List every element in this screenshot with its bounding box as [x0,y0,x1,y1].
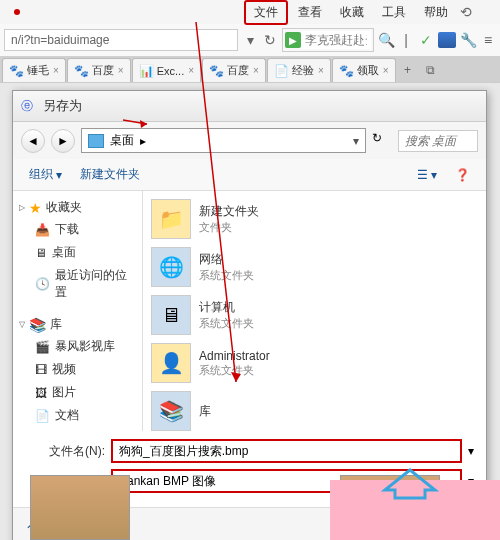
file-newfolder[interactable]: 📁新建文件夹文件夹 [149,197,480,241]
tab-2[interactable]: 📊Exc...× [132,58,201,82]
paw-icon: 🐾 [209,64,223,78]
close-icon[interactable]: × [53,65,59,76]
filename-label: 文件名(N): [25,443,105,460]
favorites-group[interactable]: ▷★收藏夹 [17,197,138,218]
sep-icon: | [398,32,414,48]
refresh-icon[interactable]: ↻ [262,32,278,48]
magnify-icon[interactable]: 🔍 [378,32,394,48]
file-list: 📁新建文件夹文件夹 🌐网络系统文件夹 🖥计算机系统文件夹 👤Administra… [143,191,486,431]
more-icon[interactable]: ≡ [480,32,496,48]
close-icon[interactable]: × [188,65,194,76]
recent-icon: 🕓 [35,277,50,291]
refresh-button[interactable]: ↻ [372,131,392,151]
help-button[interactable]: ❓ [447,165,478,185]
menu-favorites[interactable]: 收藏 [332,2,372,23]
logo-corner [380,460,440,500]
chevron-down-icon[interactable]: ▾ [353,134,359,148]
file-network[interactable]: 🌐网络系统文件夹 [149,245,480,289]
desktop-item[interactable]: 🖥桌面 [17,241,138,264]
video2-item[interactable]: 🎞视频 [17,358,138,381]
close-icon[interactable]: × [383,65,389,76]
page-icon: 📄 [274,64,288,78]
paw-icon: 🐾 [74,64,88,78]
picture-icon: 🖼 [35,386,47,400]
recent-item[interactable]: 🕓最近访问的位置 [17,264,138,304]
menu-view[interactable]: 查看 [290,2,330,23]
close-icon[interactable]: × [318,65,324,76]
tab-0[interactable]: 🐾锤毛× [2,58,66,82]
videos-item[interactable]: 🎬暴风影视库 [17,335,138,358]
film-icon: 🎞 [35,363,47,377]
music-item[interactable]: 🎵音乐 [17,427,138,431]
thumbnail-1 [30,475,130,540]
ie-icon: ⓔ [21,98,37,114]
tab-4[interactable]: 📄经验× [267,58,331,82]
doc-icon: 📄 [35,409,50,423]
search-icon: ▶ [285,32,301,48]
paw-icon: 🐾 [9,64,23,78]
menu-tools[interactable]: 工具 [374,2,414,23]
menu-file[interactable]: 文件 [244,0,288,25]
folder-search-input[interactable] [398,130,478,152]
library-group[interactable]: ▽📚库 [17,314,138,335]
tab-5[interactable]: 🐾领取× [332,58,396,82]
record-dot [14,9,20,15]
forward-button[interactable]: ► [51,129,75,153]
dialog-title: 另存为 [43,97,82,115]
library-icon: 📚 [29,317,46,333]
view-button[interactable]: ☰ ▾ [409,165,445,185]
tab-1[interactable]: 🐾百度× [67,58,131,82]
back-button[interactable]: ◄ [21,129,45,153]
sync-icon[interactable]: ⟲ [458,4,474,20]
pictures-item[interactable]: 🖼图片 [17,381,138,404]
file-admin[interactable]: 👤Administrator系统文件夹 [149,341,480,385]
downloads-item[interactable]: 📥下载 [17,218,138,241]
excel-icon: 📊 [139,64,153,78]
chevron-down-icon[interactable]: ▾ [468,444,474,458]
documents-item[interactable]: 📄文档 [17,404,138,427]
tab-3[interactable]: 🐾百度× [202,58,266,82]
desktop-icon: 🖥 [35,246,47,260]
tab-add[interactable]: + [397,58,419,82]
shield-icon[interactable]: ✓ [418,32,434,48]
close-icon[interactable]: × [253,65,259,76]
search-box[interactable]: ▶ [282,28,374,52]
paw-icon: 🐾 [339,64,353,78]
folder-tree: ▷★收藏夹 📥下载 🖥桌面 🕓最近访问的位置 ▽📚库 🎬暴风影视库 🎞视频 🖼图… [13,191,143,431]
translate-icon[interactable] [438,32,456,48]
video-icon: 🎬 [35,340,50,354]
menu-help[interactable]: 帮助 [416,2,456,23]
download-icon: 📥 [35,223,50,237]
new-folder-button[interactable]: 新建文件夹 [72,163,148,186]
organize-button[interactable]: 组织 ▾ [21,163,70,186]
location-dropdown[interactable]: 桌面 ▸ ▾ [81,128,366,153]
file-computer[interactable]: 🖥计算机系统文件夹 [149,293,480,337]
file-library[interactable]: 📚库 [149,389,480,433]
dropdown-icon[interactable]: ▾ [242,32,258,48]
star-icon: ★ [29,200,42,216]
desktop-icon [88,134,104,148]
tools-icon[interactable]: 🔧 [460,32,476,48]
url-input[interactable] [4,29,238,51]
close-icon[interactable]: × [118,65,124,76]
search-input[interactable] [301,31,371,49]
tab-list[interactable]: ⧉ [420,58,442,82]
